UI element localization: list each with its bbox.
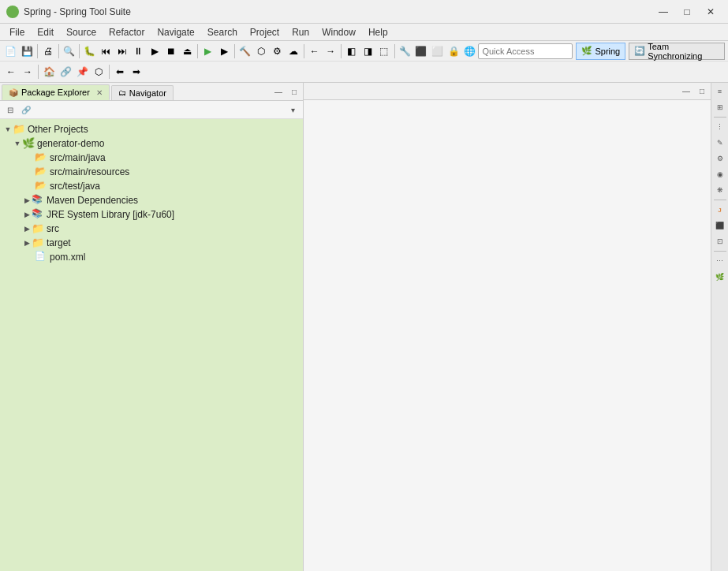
- tb-sep-7: [341, 44, 342, 58]
- tb-ext4[interactable]: 🔧: [398, 43, 413, 59]
- panel-minimize-btn[interactable]: —: [271, 84, 286, 99]
- rs-btn-12[interactable]: 🌿: [713, 270, 727, 284]
- tb-ext5[interactable]: ⬛: [413, 43, 429, 59]
- tb2-back[interactable]: ←: [3, 64, 19, 80]
- team-sync-label: Team Synchronizing: [648, 42, 719, 61]
- tree-item-jre-library[interactable]: ▶ 📚 JRE System Library [jdk-7u60]: [0, 207, 303, 222]
- tb-ext6[interactable]: ⬜: [430, 43, 446, 59]
- tb-stop[interactable]: ⏹: [163, 43, 179, 59]
- rs-btn-6[interactable]: ◉: [713, 167, 727, 181]
- tb-step[interactable]: ⏭: [114, 43, 130, 59]
- tree-item-src-test-java[interactable]: ▶ 📂 src/test/java: [0, 179, 303, 193]
- tb2-next[interactable]: →: [20, 64, 35, 80]
- rs-btn-4[interactable]: ✎: [713, 136, 727, 150]
- tb-sep-2: [58, 44, 59, 58]
- other-projects-icon: 📁: [13, 123, 25, 136]
- tb-p3[interactable]: ⬚: [376, 43, 392, 59]
- tb2-ext[interactable]: ⬡: [91, 64, 106, 80]
- tb2-arr1[interactable]: ⬅: [112, 64, 128, 80]
- tb-ant[interactable]: 🔨: [237, 43, 253, 59]
- expand-generator-demo[interactable]: ▼: [13, 140, 22, 147]
- rs-btn-8[interactable]: J: [713, 203, 727, 217]
- rs-btn-9[interactable]: ⬛: [713, 218, 727, 233]
- tree-item-src[interactable]: ▶ 📁 src: [0, 222, 303, 236]
- menu-window[interactable]: Window: [315, 25, 362, 39]
- team-sync-perspective-btn[interactable]: 🔄 Team Synchronizing: [629, 43, 725, 60]
- expand-jre-library[interactable]: ▶: [22, 211, 32, 218]
- close-button[interactable]: ✕: [700, 1, 722, 23]
- tb-ext1[interactable]: ⬡: [253, 43, 269, 59]
- tb2-link[interactable]: 🔗: [58, 64, 73, 80]
- pom-icon: 📄: [35, 251, 47, 263]
- tb-nav-bk[interactable]: ←: [307, 43, 323, 59]
- menu-run[interactable]: Run: [286, 25, 315, 39]
- tb-ext7[interactable]: 🔒: [446, 43, 461, 59]
- tb-dbg[interactable]: 🐛: [82, 43, 98, 59]
- tb-run-d[interactable]: ▶: [200, 43, 216, 59]
- tb-ext8[interactable]: 🌐: [462, 43, 478, 59]
- panel-maximize-btn[interactable]: □: [287, 84, 301, 99]
- quick-access-input[interactable]: [478, 43, 573, 59]
- tb-prev[interactable]: ⏮: [99, 43, 114, 59]
- tab-navigator[interactable]: 🗂 Navigator: [111, 85, 174, 100]
- maximize-button[interactable]: □: [676, 1, 698, 23]
- tree-item-other-projects[interactable]: ▼ 📁 Other Projects: [0, 122, 303, 136]
- file-tree[interactable]: ▼ 📁 Other Projects ▼ 🌿 generator-demo ▶ …: [0, 119, 303, 571]
- rs-btn-2[interactable]: ⊞: [713, 100, 727, 114]
- expand-maven-deps[interactable]: ▶: [22, 196, 32, 204]
- menu-project[interactable]: Project: [244, 25, 286, 39]
- tb-p2[interactable]: ◨: [360, 43, 376, 59]
- menu-source[interactable]: Source: [60, 25, 103, 39]
- tab-package-explorer-close[interactable]: ✕: [96, 88, 103, 97]
- tree-item-src-main-java[interactable]: ▶ 📂 src/main/java: [0, 151, 303, 165]
- collapse-all-btn[interactable]: ⊟: [3, 103, 17, 117]
- rs-btn-11[interactable]: ⋯: [713, 254, 727, 268]
- tree-item-generator-demo[interactable]: ▼ 🌿 generator-demo: [0, 136, 303, 151]
- content-maximize-btn[interactable]: □: [695, 84, 709, 99]
- rs-btn-7[interactable]: ❋: [713, 183, 727, 197]
- window-title: Spring - Spring Tool Suite: [24, 6, 131, 17]
- tree-item-target[interactable]: ▶ 📁 target: [0, 236, 303, 250]
- tb2-home[interactable]: 🏠: [41, 64, 57, 80]
- tree-item-pom[interactable]: ▶ 📄 pom.xml: [0, 250, 303, 264]
- tb-ext2[interactable]: ⚙: [270, 43, 286, 59]
- tb-search2[interactable]: 🔍: [62, 43, 77, 59]
- view-menu-btn[interactable]: ▾: [286, 103, 300, 117]
- tb2-arr2[interactable]: ➡: [129, 64, 144, 80]
- src-test-java-icon: 📂: [35, 180, 47, 192]
- tb-disconnect[interactable]: ⏏: [179, 43, 195, 59]
- minimize-button[interactable]: —: [652, 1, 674, 23]
- expand-target[interactable]: ▶: [22, 239, 32, 247]
- tree-item-src-main-resources[interactable]: ▶ 📂 src/main/resources: [0, 165, 303, 179]
- src-test-java-label: src/test/java: [50, 181, 100, 192]
- tb-p1[interactable]: ◧: [344, 43, 360, 59]
- menu-help[interactable]: Help: [362, 25, 394, 39]
- content-minimize-btn[interactable]: —: [679, 84, 693, 99]
- tb-sep-5: [234, 44, 235, 58]
- tree-item-maven-deps[interactable]: ▶ 📚 Maven Dependencies: [0, 193, 303, 207]
- rs-btn-5[interactable]: ⚙: [713, 151, 727, 166]
- rs-btn-10[interactable]: ⊡: [713, 234, 727, 248]
- link-with-editor-btn[interactable]: 🔗: [19, 103, 33, 117]
- menu-navigate[interactable]: Navigate: [151, 25, 200, 39]
- spring-perspective-btn[interactable]: 🌿 Spring: [576, 43, 625, 60]
- rs-btn-1[interactable]: ≡: [713, 84, 727, 99]
- tb-save-all[interactable]: 💾: [20, 43, 35, 59]
- tb-resume[interactable]: ▶: [147, 43, 162, 59]
- title-bar-left: Spring - Spring Tool Suite: [6, 6, 131, 18]
- tb2-pin[interactable]: 📌: [74, 64, 90, 80]
- tb-new[interactable]: 📄: [3, 43, 19, 59]
- tb-ext3[interactable]: ☁: [286, 43, 302, 59]
- tb-run-config[interactable]: ▶: [216, 43, 232, 59]
- expand-src[interactable]: ▶: [22, 225, 32, 233]
- menu-search[interactable]: Search: [201, 25, 244, 39]
- tb-print[interactable]: 🖨: [40, 43, 56, 59]
- tb-nav-fw[interactable]: →: [323, 43, 339, 59]
- expand-other-projects[interactable]: ▼: [3, 125, 13, 133]
- tab-package-explorer[interactable]: 📦 Package Explorer ✕: [2, 84, 110, 100]
- menu-file[interactable]: File: [3, 25, 31, 39]
- menu-refactor[interactable]: Refactor: [103, 25, 151, 39]
- rs-btn-3[interactable]: ⋮: [713, 120, 727, 134]
- menu-edit[interactable]: Edit: [31, 25, 60, 39]
- tb-suspend[interactable]: ⏸: [131, 43, 147, 59]
